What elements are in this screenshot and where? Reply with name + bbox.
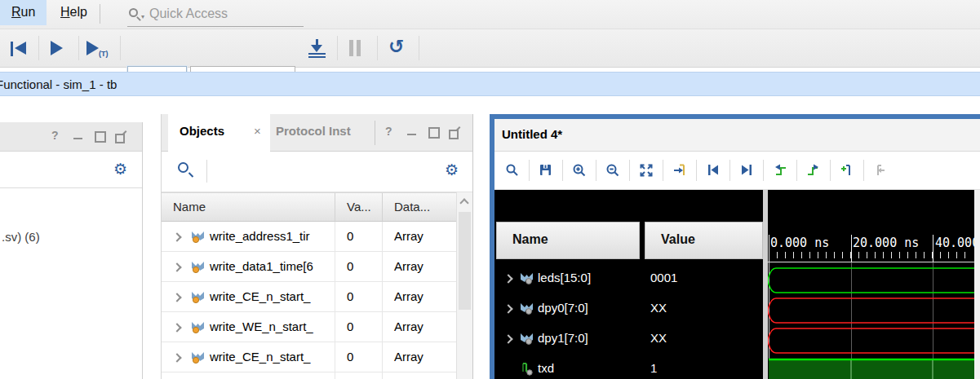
run-for-time-tag: (T)	[99, 50, 109, 58]
column-header-datatype[interactable]: Data...	[383, 193, 456, 221]
vertical-scrollbar[interactable]	[456, 192, 472, 379]
help-icon[interactable]: ?	[385, 126, 396, 137]
waveform-content: Name Value leds[15:0] 0001 dpy0[7:0]	[494, 190, 980, 379]
signal-name: dpy0[7:0]	[538, 301, 588, 315]
expand-chevron-icon[interactable]	[172, 262, 181, 271]
restart-button[interactable]	[11, 41, 30, 57]
status-bar-text: Functional - sim_1 - tb	[0, 77, 117, 91]
zoom-in-button[interactable]	[568, 159, 591, 182]
run-for-time-button[interactable]: (T)	[86, 41, 114, 59]
menu-help[interactable]: Help	[49, 0, 99, 25]
pause-icon-bar	[349, 40, 353, 56]
expand-chevron-icon[interactable]	[172, 323, 181, 332]
maximize-icon[interactable]	[428, 126, 438, 137]
table-row[interactable]: write_WE_n_start_ 0 Array	[162, 312, 456, 342]
minimize-icon[interactable]	[406, 126, 417, 137]
step-button[interactable]	[308, 39, 326, 59]
toolbar-separator	[529, 160, 530, 181]
scroll-up-icon[interactable]	[459, 198, 468, 207]
step-icon-arrow	[311, 45, 322, 52]
pause-button[interactable]	[349, 40, 362, 56]
maximize-icon[interactable]	[94, 130, 104, 141]
step-icon-line	[308, 56, 326, 58]
toolbar-separator	[38, 36, 39, 60]
waveform-toolbar	[494, 152, 980, 190]
expand-chevron-icon[interactable]	[172, 293, 181, 302]
zoom-out-button[interactable]	[601, 159, 624, 182]
float-icon[interactable]	[449, 126, 459, 137]
search-caret-icon: ▾	[141, 13, 144, 20]
quick-access-search[interactable]: ▾ Quick Access	[127, 3, 304, 27]
next-transition-button[interactable]	[735, 159, 758, 182]
relaunch-simulation-button[interactable]: ↻	[388, 36, 404, 57]
table-row[interactable]: write_data1_time[6 0 Array	[162, 252, 456, 282]
toolbar-separator	[337, 36, 338, 60]
table-row-partial[interactable]	[162, 372, 456, 379]
find-button[interactable]	[501, 159, 524, 182]
save-wave-config-button[interactable]	[534, 159, 557, 182]
previous-transition-icon	[706, 163, 721, 178]
array-signal-icon	[191, 320, 205, 334]
array-signal-icon	[191, 350, 205, 364]
object-value: 0	[335, 252, 383, 281]
expand-chevron-icon[interactable]	[172, 353, 181, 362]
object-name: write_CE_n_start_	[210, 289, 310, 303]
menu-run[interactable]: Run	[0, 0, 47, 25]
signal-row[interactable]: dpy1[7:0] XX	[494, 324, 763, 354]
scrollbar-thumb[interactable]	[459, 212, 471, 310]
help-icon[interactable]: ?	[51, 130, 62, 141]
search-icon-circle	[178, 162, 188, 173]
quick-access-placeholder: Quick Access	[149, 7, 228, 21]
find-icon	[505, 163, 520, 178]
signal-value: XX	[650, 331, 667, 345]
object-name: write_WE_n_start_	[210, 320, 313, 333]
search-icon	[129, 8, 138, 17]
minimize-icon[interactable]	[73, 130, 83, 141]
signal-row[interactable]: txd 1	[494, 354, 763, 379]
go-to-time-cursor-button[interactable]	[668, 159, 691, 182]
objects-table-header: Name Va... Data...	[162, 192, 456, 222]
gear-icon[interactable]: ⚙	[445, 162, 459, 178]
previous-edge-button[interactable]	[769, 159, 792, 182]
table-row[interactable]: write_CE_n_start_ 0 Array	[162, 282, 456, 312]
signal-row[interactable]: dpy0[7:0] XX	[494, 293, 763, 324]
wave-column-header-name[interactable]: Name	[496, 222, 640, 259]
object-type: Array	[383, 312, 456, 342]
expand-chevron-icon[interactable]	[503, 304, 512, 313]
next-edge-button[interactable]	[802, 159, 825, 182]
table-row[interactable]: write_address1_tir 0 Array	[162, 222, 456, 252]
table-row[interactable]: write_CE_n_start_ 0 Array	[162, 342, 456, 372]
waveform-plot[interactable]: 0.000 ns 20.000 ns 40.000	[768, 190, 974, 379]
signal-name: dpy1[7:0]	[538, 331, 588, 345]
run-for-time-icon	[86, 41, 99, 55]
wave-column-header-value[interactable]: Value	[645, 222, 763, 259]
expand-chevron-icon[interactable]	[503, 274, 512, 283]
search-icon-handle	[136, 16, 141, 21]
signal-row[interactable]: leds[15:0] 0001	[494, 263, 763, 293]
menu-separator	[100, 4, 100, 24]
vertical-scrollbar[interactable]	[974, 190, 980, 379]
search-icon[interactable]	[178, 162, 194, 178]
column-header-name[interactable]: Name	[162, 193, 335, 221]
object-value: 0	[335, 222, 383, 251]
tab-objects[interactable]: Objects ×	[168, 114, 270, 152]
toolbar-separator	[377, 36, 378, 60]
tab-protocol-inst[interactable]: Protocol Inst	[276, 114, 367, 152]
previous-transition-button[interactable]	[702, 159, 725, 182]
expand-chevron-icon[interactable]	[172, 232, 181, 241]
expand-chevron-icon[interactable]	[503, 334, 512, 343]
scope-tree-item-truncated[interactable]: .sv) (6)	[2, 230, 40, 244]
gear-icon[interactable]: ⚙	[113, 161, 127, 177]
float-icon[interactable]	[115, 130, 126, 141]
zoom-fit-button[interactable]	[635, 159, 658, 182]
column-header-value[interactable]: Va...	[335, 193, 383, 221]
swap-cursor-button-disabled	[869, 159, 892, 182]
objects-panel: Objects × Protocol Inst ? ⚙ Name	[161, 114, 473, 379]
signal-value: 1	[650, 361, 657, 375]
add-marker-button[interactable]	[836, 159, 858, 182]
close-icon[interactable]: ×	[254, 124, 261, 138]
waveform-titlebar[interactable]: Untitled 4*	[494, 119, 980, 152]
run-all-button[interactable]	[51, 41, 63, 55]
zoom-in-icon	[572, 163, 587, 178]
array-signal-icon	[191, 290, 205, 304]
